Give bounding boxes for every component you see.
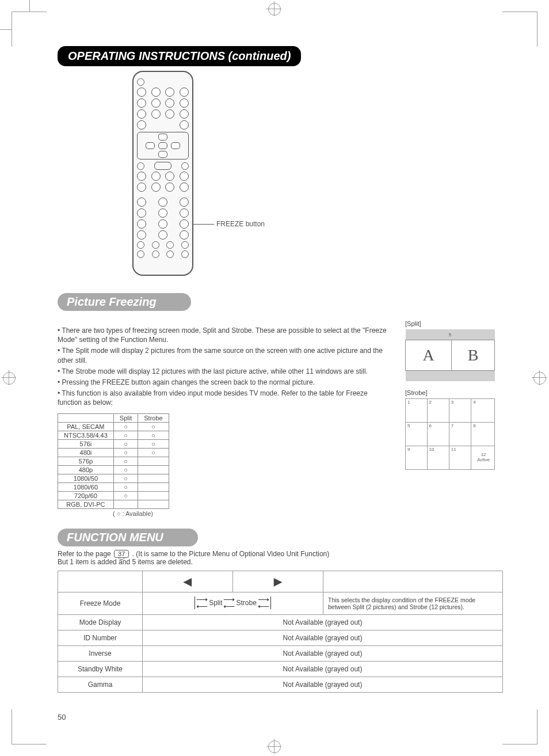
table-row: InverseNot Available (grayed out) (58, 646, 503, 662)
strobe-cell: 4 (471, 399, 495, 423)
row-label: 720p/60 (58, 491, 114, 500)
cell-split (113, 483, 138, 491)
page-reference: 37 (114, 550, 129, 558)
table-row: 576p (58, 457, 169, 465)
table-row: 480p (58, 465, 169, 474)
freeze-description-list: There are two types of freezing screen m… (58, 326, 391, 408)
remote-diagram (132, 71, 193, 276)
function-menu-table: ◀ ▶ Freeze Mode Split Strobe This select… (58, 571, 503, 693)
cell-split (113, 457, 138, 465)
row-label: 1080i/60 (58, 483, 114, 491)
table-row: NTSC3.58/4.43 (58, 431, 169, 439)
row-name: ID Number (58, 630, 143, 646)
strobe-cell: 2 (427, 399, 449, 423)
row-label: PAL, SECAM (58, 422, 114, 431)
th-strobe: Strobe (138, 413, 169, 422)
table-row: Standby WhiteNot Available (grayed out) (58, 662, 503, 677)
grayed-out-cell: Not Available (grayed out) (143, 615, 503, 630)
strobe-cell: 9 (406, 446, 428, 470)
bullet: The Strobe mode will display 12 pictures… (58, 367, 391, 376)
page-number: 50 (58, 713, 66, 721)
intro-text: But 1 item is added and 5 items are dele… (58, 558, 193, 566)
table-row: Freeze Mode Split Strobe This selects th… (58, 592, 503, 615)
row-label: 576p (58, 457, 114, 465)
cell-strobe (138, 483, 169, 491)
row-label: NTSC3.58/4.43 (58, 431, 114, 439)
cell-strobe (138, 448, 169, 457)
th-split: Split (113, 413, 138, 422)
freeze-availability-table: Split Strobe PAL, SECAMNTSC3.58/4.43576i… (58, 413, 169, 509)
strobe-cell: 5 (406, 423, 428, 446)
desc-cell: This selects the display condition of th… (323, 592, 503, 615)
grayed-out-cell: Not Available (grayed out) (143, 677, 503, 693)
table-row: 1080i/50 (58, 474, 169, 483)
callout-line (193, 224, 214, 225)
cell-strobe (138, 457, 169, 465)
strobe-cell: 3 (449, 399, 471, 423)
row-name: Mode Display (58, 615, 143, 630)
function-menu-intro: Refer to the page 37 . (It is same to th… (58, 550, 503, 566)
row-name: Freeze Mode (58, 592, 143, 615)
row-name: Gamma (58, 677, 143, 693)
strobe-cell: 10 (427, 446, 449, 470)
table-row: RGB, DVI-PC (58, 500, 169, 508)
freeze-button (180, 183, 189, 192)
cell-split (113, 439, 138, 448)
table-row: 480i (58, 448, 169, 457)
table-row: GammaNot Available (grayed out) (58, 677, 503, 693)
cell-split (113, 500, 138, 508)
section-title: OPERATING INSTRUCTIONS (continued) (58, 46, 301, 66)
table-row: ID NumberNot Available (grayed out) (58, 630, 503, 646)
bullet: Pressing the FREEZE button again changes… (58, 378, 391, 387)
cell-split (113, 491, 138, 500)
left-arrow-icon: ◀ (184, 576, 192, 587)
cell-split (113, 431, 138, 439)
cell-split (113, 422, 138, 431)
table-row: PAL, SECAM (58, 422, 169, 431)
split-diagram: [Split] 5 A B (405, 320, 503, 381)
strobe-cell: 6 (427, 423, 449, 446)
table-row: Mode DisplayNot Available (grayed out) (58, 615, 503, 630)
picture-freezing-title: Picture Freezing (58, 293, 191, 311)
bullet: The Split mode will display 2 pictures f… (58, 346, 391, 364)
grayed-out-cell: Not Available (grayed out) (143, 630, 503, 646)
strobe-cell: 1 (406, 399, 428, 423)
value-cell: Split Strobe (143, 592, 323, 615)
table-legend: ( ○ : Available) (58, 510, 228, 517)
table-row: 1080i/60 (58, 483, 169, 491)
row-label: 480i (58, 448, 114, 457)
freeze-button-callout: FREEZE button (216, 220, 265, 228)
split-caption: 5 (406, 329, 495, 340)
cell-split (113, 465, 138, 474)
function-menu-title: FUNCTION MENU (58, 529, 198, 546)
cell-split (113, 448, 138, 457)
right-arrow-icon: ▶ (274, 576, 282, 587)
cell-split (113, 474, 138, 483)
strobe-cell: 8 (471, 423, 495, 446)
split-b: B (452, 340, 495, 371)
cell-strobe (138, 491, 169, 500)
strobe-cell: 7 (449, 423, 471, 446)
row-name: Inverse (58, 646, 143, 662)
strobe-label: [Strobe] (405, 389, 503, 396)
cell-strobe (138, 465, 169, 474)
th-blank (58, 413, 114, 422)
row-name: Standby White (58, 662, 143, 677)
cell-strobe (138, 500, 169, 508)
table-row: 720p/60 (58, 491, 169, 500)
cell-strobe (138, 474, 169, 483)
row-label: 1080i/50 (58, 474, 114, 483)
grayed-out-cell: Not Available (grayed out) (143, 662, 503, 677)
intro-text: . (It is same to the Picture Menu of Opt… (132, 550, 330, 558)
split-label: [Split] (405, 320, 503, 327)
strobe-cell: 12 Active (471, 446, 495, 470)
strobe-cell: 11 (449, 446, 471, 470)
row-label: 480p (58, 465, 114, 474)
grayed-out-cell: Not Available (grayed out) (143, 646, 503, 662)
bullet: This function is also available from vid… (58, 389, 391, 407)
cell-strobe (138, 439, 169, 448)
intro-text: Refer to the page (58, 550, 113, 558)
split-a: A (406, 340, 452, 371)
row-label: 576i (58, 439, 114, 448)
row-label: RGB, DVI-PC (58, 500, 114, 508)
